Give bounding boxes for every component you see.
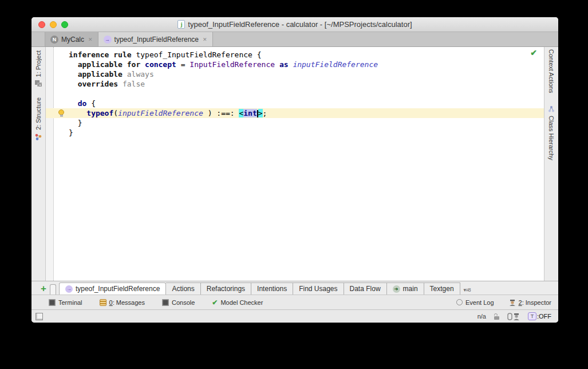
messages-icon — [100, 299, 106, 306]
structure-icon — [34, 133, 42, 141]
arrow-icon: ➔ — [393, 285, 400, 293]
btab-label: Refactorings — [207, 285, 245, 293]
code-line: } — [46, 118, 544, 128]
btab-main[interactable]: ➔ main — [386, 282, 424, 295]
btab-label: Intentions — [257, 285, 287, 293]
btab-actions[interactable]: Actions — [166, 282, 200, 295]
project-label: 1: Project — [35, 50, 42, 77]
lock-icon[interactable] — [494, 313, 499, 320]
arrow-icon: → — [104, 36, 112, 44]
project-icon — [34, 80, 42, 87]
highlighting-level-icon[interactable] — [507, 313, 520, 320]
close-button[interactable] — [38, 21, 45, 28]
model-checker-icon: ✔ — [212, 299, 218, 307]
code-line: do { — [46, 99, 544, 108]
arrow-icon: → — [65, 285, 73, 293]
btab-label: Find Usages — [299, 285, 337, 293]
caret-position: n/a — [477, 313, 486, 320]
structure-label: 2: Structure — [35, 97, 42, 130]
btab-intentions[interactable]: Intentions — [251, 282, 293, 295]
empty-tab-slot — [50, 284, 56, 295]
event-log-icon — [456, 299, 463, 305]
bottom-tab-bar: + → typeof_InputFieldReference Actions R… — [31, 281, 558, 295]
inspector-button[interactable]: 2: Inspector — [509, 299, 551, 306]
messages-button[interactable]: 0: Messages — [100, 299, 145, 306]
editor-area[interactable]: inference rule typeof_InputFieldReferenc… — [46, 47, 544, 281]
class-hierarchy-icon — [547, 105, 555, 113]
btab-label: Actions — [172, 285, 194, 293]
tool-window-bar: Terminal 0: Messages Console ✔ Model Che… — [31, 295, 558, 309]
close-icon[interactable]: ✕ — [203, 37, 207, 42]
tab-label: typeof_InputFieldReference — [115, 36, 199, 44]
code-line — [46, 89, 544, 99]
document-icon: j — [177, 20, 185, 29]
terminal-button[interactable]: Terminal — [49, 299, 82, 306]
zoom-button[interactable] — [61, 21, 68, 28]
window-title: typeof_InputFieldReference - calculator … — [188, 20, 412, 29]
sidebar-item-project[interactable]: 1: Project — [34, 50, 42, 87]
typesystem-toggle[interactable]: T :OFF — [528, 312, 551, 320]
btab-label: Textgen — [430, 285, 454, 293]
tab-mycalc[interactable]: N MyCalc ✕ — [45, 32, 98, 46]
code-line: typeof(inputFieldReference ) :==: <int>; — [46, 108, 544, 118]
code-lines: inference rule typeof_InputFieldReferenc… — [46, 47, 544, 138]
sidebar-item-structure[interactable]: 2: Structure — [34, 97, 42, 141]
left-tool-strip: 1: Project 2: Structure — [31, 47, 46, 281]
sidebar-item-context-actions[interactable]: Context Actions — [548, 49, 555, 93]
code-line: overrides false — [46, 79, 544, 89]
typesystem-state: :OFF — [537, 313, 551, 320]
minimize-button[interactable] — [50, 21, 57, 28]
event-log-button[interactable]: Event Log — [456, 299, 494, 306]
ide-window: j typeof_InputFieldReference - calculato… — [31, 17, 558, 323]
btab-textgen[interactable]: Textgen — [424, 282, 460, 295]
toolwindow-toggle-icon[interactable] — [35, 313, 43, 320]
context-actions-label: Context Actions — [548, 49, 555, 93]
inspection-ok-icon: ✔ — [530, 48, 537, 57]
typesystem-badge: T — [528, 312, 536, 320]
inspector-icon — [509, 299, 516, 306]
editor-tab-strip: N MyCalc ✕ → typeof_InputFieldReference … — [31, 32, 558, 47]
sidebar-item-class-hierarchy[interactable]: Class Hierarchy — [547, 105, 555, 160]
btab-refactorings[interactable]: Refactorings — [200, 282, 251, 295]
add-tab-button[interactable]: + — [41, 284, 46, 293]
btab-data-flow[interactable]: Data Flow — [344, 282, 386, 295]
close-icon[interactable]: ✕ — [88, 37, 93, 42]
console-icon — [162, 299, 169, 306]
intention-bulb-icon[interactable] — [58, 109, 65, 117]
btab-typeof-inputfieldreference[interactable]: → typeof_InputFieldReference — [59, 282, 166, 295]
btab-label: main — [403, 285, 418, 293]
btab-label: typeof_InputFieldReference — [76, 285, 160, 293]
class-hierarchy-label: Class Hierarchy — [548, 116, 555, 160]
console-button[interactable]: Console — [162, 299, 195, 306]
right-tool-strip: Context Actions Class Hierarchy — [544, 47, 558, 281]
tab-typeof-inputfieldreference[interactable]: → typeof_InputFieldReference ✕ — [98, 32, 213, 46]
code-line: applicable for concept = InputFieldRefer… — [46, 60, 544, 69]
code-line: } — [46, 128, 544, 138]
terminal-icon — [49, 299, 56, 306]
status-bar: n/a T :OFF — [31, 309, 558, 323]
node-icon: N — [50, 36, 58, 44]
code-line: inference rule typeof_InputFieldReferenc… — [46, 50, 544, 60]
code-line: applicable always — [46, 69, 544, 79]
btab-find-usages[interactable]: Find Usages — [293, 282, 343, 295]
tab-label: MyCalc — [61, 36, 84, 44]
title-bar: j typeof_InputFieldReference - calculato… — [31, 17, 558, 32]
window-controls — [38, 21, 68, 28]
btab-label: Data Flow — [350, 285, 381, 293]
model-checker-button[interactable]: ✔ Model Checker — [212, 299, 263, 307]
tab-overflow-icon[interactable]: ▾≡8 — [464, 287, 471, 293]
